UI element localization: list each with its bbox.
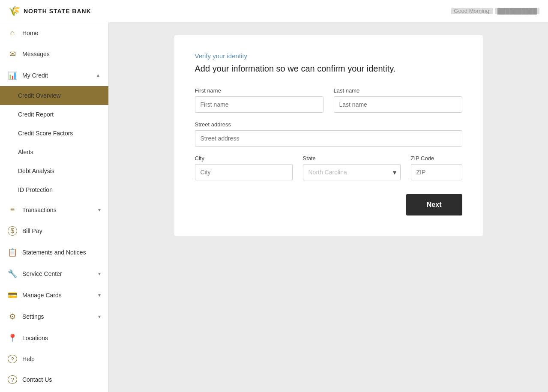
app-header: 🌾 NORTH STATE BANK Good Morning, ███████…: [0, 0, 548, 22]
street-address-label: Street address: [195, 121, 462, 128]
state-group: State North Carolina Alabama Alaska Ariz…: [303, 155, 401, 180]
sidebar-item-service-center[interactable]: 🔧 Service Center ▾: [0, 263, 108, 284]
sidebar-label-messages: Messages: [22, 51, 101, 57]
messages-icon: ✉: [8, 49, 17, 59]
sidebar-label-statements: Statements and Notices: [22, 249, 101, 256]
last-name-group: Last name: [334, 87, 462, 113]
sidebar-item-manage-cards[interactable]: 💳 Manage Cards ▾: [0, 284, 108, 306]
next-button[interactable]: Next: [406, 194, 462, 215]
sidebar-item-locations[interactable]: 📍 Locations: [0, 327, 108, 349]
statements-icon: 📋: [8, 248, 17, 257]
sidebar: ⌂ Home ✉ Messages 📊 My Credit ▲ Credit O…: [0, 22, 109, 392]
manage-cards-icon: 💳: [8, 290, 17, 300]
sidebar-label-transactions: Transactions: [22, 206, 93, 213]
sidebar-item-help[interactable]: ? Help: [0, 349, 108, 369]
transactions-icon: ≡: [8, 205, 17, 214]
sidebar-label-locations: Locations: [22, 335, 101, 341]
state-label: State: [303, 155, 401, 162]
sidebar-label-home: Home: [22, 30, 101, 36]
sidebar-label-credit-overview: Credit Overview: [18, 92, 101, 99]
help-icon: ?: [8, 355, 17, 363]
locations-icon: 📍: [8, 333, 17, 343]
my-credit-icon: 📊: [8, 71, 17, 80]
city-group: City: [195, 155, 293, 180]
sidebar-item-credit-score-factors[interactable]: Credit Score Factors: [0, 124, 108, 143]
sidebar-label-credit-report: Credit Report: [18, 111, 101, 118]
greeting-text: Good Morning,: [451, 8, 493, 14]
zip-input[interactable]: [411, 164, 462, 180]
greeting: Good Morning, ██████████: [451, 8, 539, 14]
state-select-wrapper: North Carolina Alabama Alaska Arizona Ca…: [303, 164, 401, 180]
zip-label: ZIP Code: [411, 155, 462, 162]
sidebar-item-credit-overview[interactable]: Credit Overview: [0, 86, 108, 105]
verify-title: Verify your identity: [195, 52, 462, 60]
sidebar-item-credit-report[interactable]: Credit Report: [0, 105, 108, 124]
sidebar-item-contact-us[interactable]: ? Contact Us: [0, 369, 108, 390]
city-label: City: [195, 155, 293, 162]
sidebar-label-alerts: Alerts: [18, 149, 101, 156]
form-actions: Next: [195, 194, 462, 215]
sidebar-item-transactions[interactable]: ≡ Transactions ▾: [0, 199, 108, 220]
verify-subtitle: Add your information so we can confirm y…: [195, 64, 462, 74]
sidebar-label-service-center: Service Center: [22, 270, 93, 277]
sidebar-label-settings: Settings: [22, 313, 93, 320]
sidebar-item-messages[interactable]: ✉ Messages: [0, 43, 108, 65]
first-name-label: First name: [195, 87, 323, 94]
city-state-zip-row: City State North Carolina Alabama Alaska…: [195, 155, 462, 180]
logo-icon: 🌾: [9, 6, 20, 17]
sidebar-item-log-off[interactable]: ↪ Log Off: [0, 390, 108, 392]
logo: 🌾 NORTH STATE BANK: [9, 6, 91, 17]
sidebar-label-contact-us: Contact Us: [22, 376, 101, 383]
last-name-label: Last name: [334, 87, 462, 94]
settings-chevron: ▾: [98, 314, 101, 320]
sidebar-label-id-protection: ID Protection: [18, 186, 101, 193]
state-select[interactable]: North Carolina Alabama Alaska Arizona Ca…: [303, 164, 401, 180]
sidebar-label-manage-cards: Manage Cards: [22, 292, 93, 299]
sidebar-item-bill-pay[interactable]: $ Bill Pay: [0, 220, 108, 242]
sidebar-item-statements[interactable]: 📋 Statements and Notices: [0, 242, 108, 263]
street-address-group: Street address: [195, 121, 462, 147]
manage-cards-chevron: ▾: [98, 292, 101, 298]
last-name-input[interactable]: [334, 96, 462, 113]
verify-identity-card: Verify your identity Add your informatio…: [174, 35, 483, 236]
logo-text: NORTH STATE BANK: [24, 8, 91, 15]
transactions-chevron: ▾: [98, 207, 101, 213]
street-row: Street address: [195, 121, 462, 147]
sidebar-item-alerts[interactable]: Alerts: [0, 143, 108, 162]
sidebar-label-help: Help: [22, 356, 101, 362]
street-address-input[interactable]: [195, 130, 462, 147]
contact-us-icon: ?: [8, 375, 17, 384]
user-name-masked: ██████████: [495, 8, 539, 14]
sidebar-item-home[interactable]: ⌂ Home: [0, 22, 108, 43]
main-content: Verify your identity Add your informatio…: [109, 22, 548, 392]
sidebar-label-credit-score-factors: Credit Score Factors: [18, 130, 101, 137]
settings-icon: ⚙: [8, 312, 17, 321]
service-center-chevron: ▾: [98, 271, 101, 277]
sidebar-item-id-protection[interactable]: ID Protection: [0, 180, 108, 199]
sidebar-item-my-credit[interactable]: 📊 My Credit ▲: [0, 65, 108, 86]
name-row: First name Last name: [195, 87, 462, 113]
zip-group: ZIP Code: [411, 155, 462, 180]
sidebar-item-debt-analysis[interactable]: Debt Analysis: [0, 162, 108, 180]
first-name-group: First name: [195, 87, 323, 113]
sidebar-label-debt-analysis: Debt Analysis: [18, 168, 101, 174]
sidebar-item-settings[interactable]: ⚙ Settings ▾: [0, 306, 108, 327]
sidebar-label-bill-pay: Bill Pay: [22, 227, 101, 234]
home-icon: ⌂: [8, 28, 17, 37]
first-name-input[interactable]: [195, 96, 323, 113]
my-credit-chevron: ▲: [96, 72, 101, 78]
sidebar-label-my-credit: My Credit: [22, 72, 90, 79]
bill-pay-icon: $: [8, 226, 17, 236]
city-input[interactable]: [195, 164, 293, 180]
service-center-icon: 🔧: [8, 269, 17, 278]
